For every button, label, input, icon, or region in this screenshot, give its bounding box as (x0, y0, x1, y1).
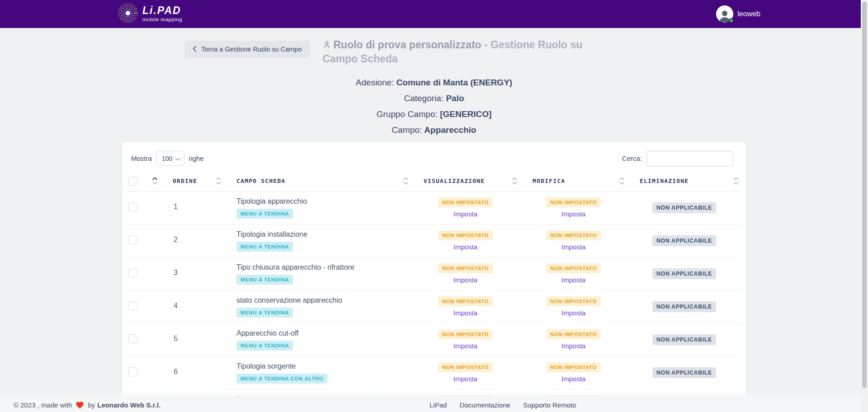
field-type-badge: MENU A TENDINA (236, 308, 293, 318)
select-all-checkbox[interactable] (128, 177, 137, 186)
column-header-campo-scheda[interactable]: CAMPO SCHEDA (224, 172, 411, 191)
sort-down-icon (512, 182, 517, 185)
column-header-ordine[interactable]: ORDINE (160, 172, 224, 191)
heart-icon (75, 401, 84, 409)
sort-control[interactable] (216, 177, 221, 185)
rows-per-page-value: 100 (162, 155, 172, 162)
visualizzazione-status-badge: NON IMPOSTATO (438, 362, 493, 372)
column-header-modifica[interactable]: MODIFICA (520, 172, 627, 191)
sort-up-icon (512, 177, 517, 180)
campo-scheda-name: Tipologia apparecchio (236, 197, 411, 206)
campo-scheda-name: Tipologia sorgente (236, 362, 411, 370)
sort-down-icon (734, 182, 739, 185)
table-length-control: Mostra 100 righe (131, 151, 204, 166)
visualizzazione-imposta-link[interactable]: Imposta (411, 342, 520, 350)
rows-per-page-select[interactable]: 100 (156, 151, 184, 166)
footer-link-lipad[interactable]: LiPad (429, 401, 447, 409)
modifica-status-badge: NON IMPOSTATO (546, 296, 601, 306)
role-person-icon (322, 39, 331, 52)
eliminazione-status-badge: NON APPLICABILE (652, 301, 716, 312)
visualizzazione-imposta-link[interactable]: Imposta (411, 309, 520, 317)
row-checkbox[interactable] (128, 268, 137, 277)
modifica-imposta-link[interactable]: Imposta (520, 276, 627, 284)
visualizzazione-imposta-link[interactable]: Imposta (411, 375, 520, 383)
logo-subtitle: mobile mapping (142, 17, 182, 23)
footer-link-documentazione[interactable]: Documentazione (459, 401, 510, 409)
visualizzazione-status-badge: NON IMPOSTATO (438, 296, 493, 306)
column-header-select[interactable] (127, 172, 160, 191)
eliminazione-status-badge: NON APPLICABILE (652, 334, 716, 345)
row-checkbox[interactable] (128, 202, 137, 211)
sort-down-icon (216, 182, 221, 185)
back-chevron-icon (193, 46, 197, 53)
row-checkbox[interactable] (128, 301, 137, 310)
select-chevron-down-icon (175, 155, 180, 162)
column-header-eliminazione[interactable]: ELIMINAZIONE (627, 172, 741, 191)
field-type-badge: MENU A TENDINA (236, 209, 293, 219)
ordine-value: 3 (160, 258, 224, 290)
user-menu[interactable]: leoweb (716, 5, 760, 23)
page-title: Ruolo di prova personalizzato - Gestione… (322, 38, 615, 66)
topbar: Li.PAD mobile mapping leoweb (0, 0, 861, 28)
search-label: Cerca: (622, 154, 642, 162)
context-info: Adesione: Comune di Manta (ENERGY) Categ… (122, 75, 746, 138)
table-search-control: Cerca: (622, 151, 733, 166)
lipad-logo[interactable]: Li.PAD mobile mapping (118, 3, 182, 25)
table-row: 6 Tipologia sorgente MENU A TENDINA CON … (127, 356, 741, 389)
table-header-row: ORDINE CAMPO SCHEDA VISUALIZZAZIONE (127, 172, 741, 192)
ordine-value: 1 (160, 192, 224, 224)
logo-title: Li.PAD (142, 5, 182, 16)
modifica-imposta-link[interactable]: Imposta (520, 210, 627, 218)
sort-up-icon (619, 177, 624, 180)
sort-control[interactable] (152, 177, 157, 185)
search-input[interactable] (646, 151, 733, 166)
length-label-before: Mostra (131, 154, 152, 162)
copyright-text: © 2023 , made with by Leonardo Web S.r.l… (14, 401, 160, 409)
visualizzazione-status-badge: NON IMPOSTATO (438, 263, 493, 273)
sort-control[interactable] (619, 177, 624, 185)
modifica-imposta-link[interactable]: Imposta (520, 342, 627, 350)
length-label-after: righe (189, 154, 203, 162)
field-type-badge: MENU A TENDINA (236, 242, 293, 252)
row-checkbox[interactable] (128, 334, 137, 343)
modifica-imposta-link[interactable]: Imposta (520, 243, 627, 251)
visualizzazione-imposta-link[interactable]: Imposta (411, 243, 520, 251)
campi-table: ORDINE CAMPO SCHEDA VISUALIZZAZIONE (127, 172, 741, 412)
column-header-visualizzazione[interactable]: VISUALIZZAZIONE (411, 172, 520, 191)
visualizzazione-imposta-link[interactable]: Imposta (411, 210, 520, 218)
sort-control[interactable] (734, 177, 739, 185)
scrollbar-thumb[interactable] (862, 2, 867, 388)
company-name: Leonardo Web S.r.l. (97, 401, 160, 409)
visualizzazione-status-badge: NON IMPOSTATO (438, 329, 493, 339)
eliminazione-status-badge: NON APPLICABILE (652, 268, 716, 279)
table-row: 3 Tipo chiusura apparecchio - rifrattore… (127, 258, 741, 290)
ordine-value: 6 (160, 356, 224, 389)
campo-scheda-name: stato conservazione apparecchio (236, 296, 411, 304)
campo-scheda-name: Apparecchio cut-off (236, 329, 411, 337)
modifica-status-badge: NON IMPOSTATO (546, 230, 601, 240)
eliminazione-status-badge: NON APPLICABILE (652, 367, 716, 378)
modifica-status-badge: NON IMPOSTATO (546, 362, 601, 372)
ordine-value: 2 (160, 225, 224, 257)
field-type-badge: MENU A TENDINA (236, 275, 293, 285)
modifica-imposta-link[interactable]: Imposta (520, 375, 627, 383)
meta-categoria: Categoria: Palo (122, 90, 746, 106)
footer-link-supporto-remoto[interactable]: Supporto Remoto (523, 401, 576, 409)
role-name: Ruolo di prova personalizzato (333, 39, 481, 51)
row-checkbox[interactable] (128, 367, 137, 376)
visualizzazione-imposta-link[interactable]: Imposta (411, 276, 520, 284)
sort-control[interactable] (512, 177, 517, 185)
meta-gruppo-campo: Gruppo Campo: [GENERICO] (122, 106, 746, 122)
online-status-dot (729, 18, 734, 23)
modifica-status-badge: NON IMPOSTATO (546, 197, 601, 207)
modifica-imposta-link[interactable]: Imposta (520, 309, 627, 317)
field-type-badge: MENU A TENDINA CON ALTRO (236, 374, 327, 384)
table-row: 5 Apparecchio cut-off MENU A TENDINA NON… (127, 323, 741, 356)
back-button[interactable]: Torna a Gestione Ruolo su Campo (184, 41, 310, 58)
footer: © 2023 , made with by Leonardo Web S.r.l… (0, 397, 868, 412)
meta-adesione: Adesione: Comune di Manta (ENERGY) (122, 75, 746, 90)
sort-up-icon (734, 177, 739, 180)
table-card: Mostra 100 righe Cerca: (122, 142, 746, 412)
sort-control[interactable] (403, 177, 408, 185)
row-checkbox[interactable] (128, 235, 137, 244)
